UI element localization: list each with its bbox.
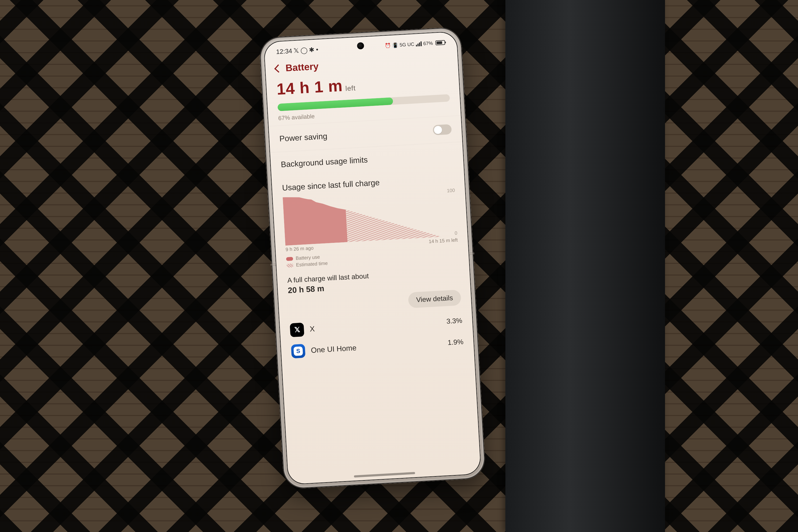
app-percent: 3.3% — [446, 317, 462, 326]
oneui-home-icon: S — [291, 344, 306, 358]
vibrate-icon: 📳 — [392, 42, 398, 48]
power-saving-toggle[interactable] — [433, 124, 452, 135]
legend-estimated: Estimated time — [296, 261, 328, 268]
back-icon[interactable] — [274, 64, 283, 73]
signal-icon — [416, 41, 422, 46]
bg-usage-limits-label: Background usage limits — [281, 155, 368, 169]
app-percent: 1.9% — [448, 338, 464, 347]
page-title: Battery — [285, 61, 319, 74]
status-time: 12:34 — [276, 48, 292, 56]
phone: 12:34 𝕏 ◯ ✱ • ⏰ 📳 5G UC 67% Battery — [259, 26, 486, 490]
battery-percent: 67% — [423, 40, 433, 46]
time-remaining-suffix: left — [345, 84, 356, 93]
network-label: 5G UC — [400, 41, 414, 48]
battery-icon — [435, 40, 445, 45]
legend-battery: Battery use — [296, 254, 320, 261]
x-app-indicator-icon: 𝕏 — [293, 47, 299, 55]
chart-axis-max: 100 — [447, 188, 455, 194]
legend-swatch-estimated — [286, 263, 294, 267]
app-name: One UI Home — [311, 339, 442, 355]
status-asterisk-icon: ✱ — [309, 46, 315, 54]
battery-bar-fill — [278, 97, 393, 111]
legend-swatch-battery — [286, 257, 293, 261]
chart-x-left: 9 h 26 m ago — [285, 245, 314, 252]
usage-chart[interactable]: 100 0 9 h 26 m ago 14 h 15 m left — [283, 187, 458, 254]
chart-axis-min: 0 — [455, 230, 457, 236]
alarm-off-icon: ⏰ — [385, 42, 391, 49]
chart-svg — [283, 189, 441, 246]
chart-x-right: 14 h 15 m left — [429, 237, 458, 244]
app-name: X — [310, 318, 441, 333]
time-remaining: 14 h 1 m — [276, 76, 343, 98]
status-icon: ◯ — [300, 46, 308, 54]
status-more-icon: • — [316, 46, 318, 53]
table-edge — [506, 0, 665, 532]
gesture-bar[interactable] — [354, 472, 415, 477]
x-app-icon: 𝕏 — [290, 322, 304, 337]
view-details-button[interactable]: View details — [408, 289, 461, 308]
power-saving-label: Power saving — [279, 132, 327, 144]
screen: 12:34 𝕏 ◯ ✱ • ⏰ 📳 5G UC 67% Battery — [263, 31, 481, 485]
